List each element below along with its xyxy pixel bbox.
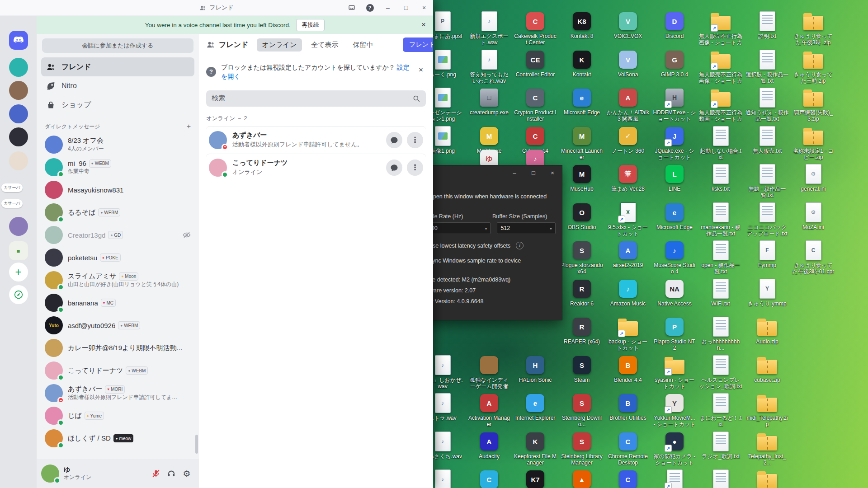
desktop-icon[interactable]: midi_Telepathy.zip <box>745 393 789 428</box>
desktop-icon[interactable]: きゅうり食ってた午後3時 .zip <box>792 11 835 46</box>
dm-list-item[interactable]: mi_96●WEBM作業中毒 <box>41 156 194 178</box>
tab-全て表示[interactable]: 全て表示 <box>306 38 344 52</box>
dm-list-item[interactable]: Creator13gd●GD <box>41 224 194 246</box>
server-avatar[interactable] <box>9 217 28 236</box>
desktop-icon[interactable]: CChrome Remote Desktop <box>606 432 650 466</box>
desktop-icon[interactable]: ↗無人販売不正行為動画 - ショートカット <box>699 88 742 123</box>
dm-list-item[interactable]: ほしくず / SD●meow <box>41 427 194 450</box>
desktop-icon[interactable]: LLINE <box>653 164 696 192</box>
desktop-icon[interactable]: SSteinberg Downlo... <box>560 393 604 428</box>
sidebar-scrollbar[interactable] <box>195 435 198 454</box>
desktop-icon[interactable]: eMicrosoft Edge <box>653 202 696 230</box>
desktop-icon[interactable]: SSteinberg Library Manager <box>560 432 604 466</box>
desktop-icon[interactable]: HHALion Sonic <box>514 355 557 383</box>
desktop-icon[interactable]: 死にたい_ゆ歌詞.txt <box>699 469 742 488</box>
desktop-icon[interactable]: eMicrosoft Edge <box>560 88 604 116</box>
create-dm-icon[interactable]: + <box>187 122 191 131</box>
desktop-icon[interactable]: WIFI.txt <box>699 279 742 307</box>
desktop-icon[interactable]: K8Kontakt 8 <box>560 11 604 39</box>
mic-muted-icon[interactable] <box>148 466 164 481</box>
desktop-icon[interactable]: manisekarin - 親作品一覧.txt <box>699 202 742 237</box>
desktop-icon[interactable]: BBrother Utilities <box>606 393 650 421</box>
tab-オンライン[interactable]: オンライン <box>257 38 302 52</box>
desktop-icon[interactable]: AActivation Manager <box>467 393 511 428</box>
desktop-icon[interactable]: VVoiSona <box>606 50 650 78</box>
tab-保留中[interactable]: 保留中 <box>348 38 379 52</box>
desktop-icon[interactable]: ラジオ_歌詞.txt <box>699 432 742 460</box>
desktop-icon[interactable]: KKontakt <box>560 50 604 78</box>
desktop-icon[interactable]: X↗9.5.xlsx - ショートカット <box>606 202 650 237</box>
desktop-icon[interactable]: 無題 - 親作品一覧.txt <box>745 164 789 199</box>
desktop-icon[interactable]: VVOICEVOX <box>606 11 650 39</box>
desktop-icon[interactable]: ♪新規エクスポート.wav <box>467 11 511 46</box>
desktop-icon[interactable]: Cきゅうり食ってた午後3時-01.cpr <box>792 240 835 275</box>
desktop-icon[interactable]: 筆筆まめ Ver.28 <box>606 164 650 192</box>
desktop-icon[interactable]: きゅうり_調声用データ.zip <box>745 469 789 488</box>
desktop-icon[interactable]: ●↗家の防犯カメラ - ショートカット <box>653 432 696 466</box>
friend-row[interactable]: こってりドーナツオンライン⋮ <box>206 154 426 181</box>
message-button[interactable] <box>386 160 402 176</box>
dm-list-item[interactable]: スライムアミサ●Moon山田と山田が好き(山田リョウと笑う4体の山) <box>41 269 194 291</box>
desktop-icon[interactable]: KKeepforest File Manager <box>514 432 557 466</box>
desktop-icon[interactable]: RREAPER (x64) <box>560 317 604 345</box>
eye-slash-icon[interactable] <box>183 231 191 239</box>
desktop-icon[interactable]: ♪Amazon Music <box>606 279 650 307</box>
headphones-icon[interactable] <box>164 466 179 481</box>
friend-row[interactable]: あずきバー活動者様以外原則フレンド申請許可してません。⋮ <box>206 126 426 154</box>
banner-close-icon[interactable]: × <box>421 20 426 29</box>
desktop-icon[interactable]: ↗無人販売不正行為画像 - ショートカッ... <box>699 11 742 47</box>
desktop-icon[interactable]: NANative Access <box>653 279 696 307</box>
dm-list-item[interactable]: poketetsu●POKE <box>41 246 194 269</box>
desktop-icon[interactable]: DDiscord <box>653 11 696 39</box>
desktop-icon[interactable]: 選択肢 - 親作品一覧.txt <box>745 50 789 84</box>
desktop-icon[interactable]: CCakewalk Product Center <box>514 11 557 46</box>
desktop-icon[interactable]: ⚙MoZA.ini <box>792 202 835 230</box>
desktop-icon[interactable]: ↗無人販売不正行為画像 - ショートカット <box>699 50 742 85</box>
explore-servers-button[interactable] <box>9 285 28 304</box>
desktop-icon[interactable]: PPiapro Studio NT2 <box>653 317 696 352</box>
desktop-icon[interactable]: 孤独なインディーゲーム開発者の一生... <box>467 355 511 390</box>
gear-icon[interactable]: ⚙ <box>179 466 194 481</box>
server-avatar[interactable] <box>9 81 28 100</box>
server-avatar[interactable]: ■ <box>9 241 28 260</box>
sidebar-item-friends[interactable]: フレンド <box>41 57 194 76</box>
desktop-icon[interactable]: まにわーるど！.txt <box>699 393 742 428</box>
desktop-icon[interactable]: きゅうり食ってた三時.zip <box>792 50 835 84</box>
desktop-icon[interactable]: ↗万引きメモ.txt - ショートカット <box>653 469 696 488</box>
server-avatar[interactable] <box>9 127 28 146</box>
desktop-icon[interactable]: Y↗YukkuriMovieM... - ショートカット <box>653 393 696 428</box>
add-friend-button[interactable]: フレンドに追加 <box>403 38 433 52</box>
server-avatar[interactable] <box>9 58 28 77</box>
dialog-close-button[interactable]: × <box>543 165 562 180</box>
desktop-icon[interactable]: 名称未設定1 - コピー.zip <box>792 126 835 161</box>
avatar[interactable] <box>41 465 59 483</box>
desktop-icon[interactable]: CEController Editor <box>514 50 557 78</box>
desktop-icon[interactable]: AAudacity <box>467 432 511 460</box>
desktop-icon[interactable]: CCMS <box>606 469 650 488</box>
desktop-icon[interactable]: Yきゅうり.ymmp <box>745 279 789 307</box>
desktop-icon[interactable]: J↗JQuake.exe - ショートカット <box>653 126 696 161</box>
sidebar-item-nitro[interactable]: Nitro <box>41 76 194 95</box>
reconnect-button[interactable]: 再接続 <box>296 19 325 31</box>
desktop-icon[interactable]: 起動しない場合.txt <box>699 126 742 161</box>
dm-list-item[interactable]: あずきバー♥MORI活動者様以外原則フレンド申請許可してません。 <box>41 382 194 404</box>
server-pill[interactable]: カサーバ <box>1 183 23 192</box>
more-button[interactable]: ⋮ <box>407 132 423 148</box>
desktop-icon[interactable]: 通知うぜえ - 親作品一覧.txt <box>745 88 789 122</box>
dm-list-item[interactable]: るるそば●WEBM <box>41 201 194 224</box>
server-pill[interactable]: カサーバ <box>1 199 23 208</box>
discord-home-button[interactable] <box>9 31 28 50</box>
buffer-size-dropdown[interactable]: 512 ▾ <box>497 222 556 234</box>
desktop-icon[interactable]: ♪答え知ってもだいわこれ.wav <box>467 50 511 84</box>
desktop-icon[interactable]: 無人販売.txt <box>745 126 789 154</box>
desktop-icon[interactable]: ♪MuseScore Studio 4 <box>653 240 696 275</box>
dm-list-item[interactable]: Yutoasdf@yuto0926●WEBM <box>41 314 194 337</box>
desktop-icon[interactable]: FFymmp <box>745 240 789 268</box>
desktop-icon[interactable]: OOBS Studio <box>560 202 604 230</box>
dialog-maximize-button[interactable]: □ <box>524 165 543 180</box>
join-or-create-button[interactable]: 会話に参加または作成する <box>42 38 193 53</box>
desktop-icon[interactable]: RReaktor 6 <box>560 279 604 307</box>
desktop-icon[interactable]: CCakewalk Next <box>467 469 511 488</box>
dialog-minimize-button[interactable]: – <box>505 165 524 180</box>
desktop-icon[interactable]: K7Kontakt 7 <box>514 469 557 488</box>
